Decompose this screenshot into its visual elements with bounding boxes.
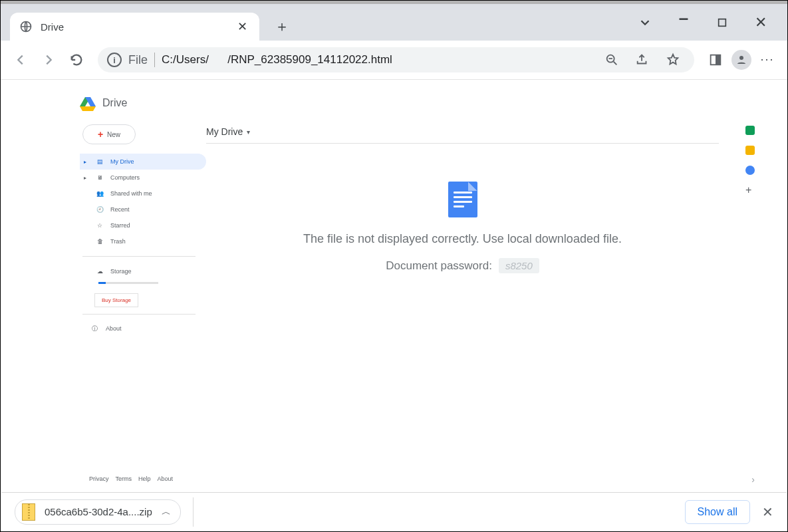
storage-icon: ☁ — [96, 268, 104, 275]
sidebar-label: Computers — [110, 174, 140, 181]
sheets-icon[interactable] — [745, 126, 755, 135]
sidebar-divider — [82, 256, 196, 257]
sidebar-divider — [82, 314, 196, 315]
footer-terms[interactable]: Terms — [116, 475, 132, 482]
trash-icon: 🗑 — [96, 238, 104, 245]
nav-forward-button[interactable] — [37, 48, 61, 72]
footer-about[interactable]: About — [158, 475, 174, 482]
drive-brand: Drive — [102, 97, 127, 109]
sidebar-item-my-drive[interactable]: ▸▤ My Drive — [80, 154, 206, 170]
password-value: s8250 — [499, 258, 539, 273]
sidebar-item-about[interactable]: ⓘ About — [80, 321, 206, 336]
download-item[interactable]: 056ca6b5-30d2-4a....zip ︿ — [15, 499, 181, 525]
sidebar-item-computers[interactable]: ▸🖥 Computers — [80, 170, 206, 186]
chevron-down-icon: ▾ — [247, 128, 250, 136]
sidebar-item-shared[interactable]: 👥 Shared with me — [80, 186, 206, 201]
tab-search-icon[interactable] — [636, 13, 654, 32]
breadcrumb-label: My Drive — [206, 126, 243, 137]
buy-storage-button[interactable]: Buy Storage — [94, 293, 138, 307]
new-tab-button[interactable]: ＋ — [271, 16, 293, 37]
recent-icon: 🕘 — [96, 206, 104, 213]
browser-toolbar: i File C:/Users/ /RNP_62385909_14112022.… — [1, 41, 787, 79]
addons-plus-icon[interactable]: + — [745, 186, 755, 195]
shared-icon: 👥 — [96, 190, 104, 197]
tab-close-icon[interactable]: ✕ — [234, 19, 250, 35]
svg-rect-4 — [716, 55, 720, 65]
zoom-icon[interactable] — [600, 48, 624, 72]
content-divider — [206, 143, 719, 144]
sidebar-label: Starred — [110, 222, 130, 229]
address-bar[interactable]: i File C:/Users/ /RNP_62385909_14112022.… — [98, 47, 694, 72]
download-divider — [193, 497, 194, 527]
globe-icon — [19, 20, 33, 33]
sidebar-label: My Drive — [110, 158, 134, 165]
tab-title: Drive — [41, 21, 226, 33]
password-row: Document password: s8250 — [386, 258, 539, 273]
drive-footer: Privacy Terms Help About — [89, 475, 173, 482]
drive-header: Drive — [80, 92, 719, 114]
keep-icon[interactable] — [745, 146, 755, 155]
plus-icon: + — [98, 129, 103, 140]
window-close-icon[interactable]: ✕ — [751, 13, 770, 32]
new-button[interactable]: + New — [82, 124, 136, 144]
my-drive-icon: ▤ — [96, 158, 104, 165]
starred-icon: ☆ — [96, 222, 104, 229]
window-maximize-icon[interactable] — [713, 13, 731, 32]
site-info-icon[interactable]: i — [107, 53, 122, 67]
bookmark-star-icon[interactable] — [661, 48, 685, 72]
drive-main: My Drive ▾ The file is not displayed cor… — [206, 122, 719, 485]
share-icon[interactable] — [630, 48, 654, 72]
tasks-icon[interactable] — [745, 166, 755, 175]
sidebar-label: Trash — [110, 238, 126, 245]
sidebar-label: Recent — [110, 206, 130, 213]
password-label: Document password: — [386, 259, 492, 273]
tab-strip: Drive ✕ ＋ – ✕ — [1, 4, 787, 41]
info-icon: ⓘ — [92, 325, 98, 333]
svg-point-5 — [739, 56, 743, 60]
url-separator — [154, 53, 155, 67]
profile-avatar[interactable] — [731, 50, 751, 70]
download-bar: 056ca6b5-30d2-4a....zip ︿ Show all ✕ — [1, 492, 787, 531]
docs-file-icon — [448, 182, 477, 217]
window-controls: – ✕ — [629, 4, 787, 41]
collapse-side-panel-icon[interactable]: › — [751, 474, 755, 485]
toolbar-divider — [1, 79, 787, 80]
browser-menu-icon[interactable]: ⋮ — [755, 48, 779, 72]
sidebar-label: Storage — [110, 268, 132, 275]
download-filename: 056ca6b5-30d2-4a....zip — [45, 506, 152, 517]
computers-icon: 🖥 — [96, 174, 104, 181]
sidebar-label: About — [106, 325, 122, 332]
side-panel-apps: + — [745, 126, 755, 195]
chevron-up-icon[interactable]: ︿ — [162, 506, 171, 518]
new-button-label: New — [107, 131, 120, 138]
reload-button[interactable] — [65, 48, 88, 72]
close-download-bar-icon[interactable]: ✕ — [762, 504, 773, 520]
window-minimize-icon[interactable]: – — [674, 9, 693, 28]
error-message: The file is not displayed correctly. Use… — [303, 232, 622, 246]
nav-back-button[interactable] — [9, 48, 33, 72]
drive-logo-icon — [80, 95, 96, 111]
breadcrumb[interactable]: My Drive ▾ — [206, 122, 719, 142]
show-all-downloads-button[interactable]: Show all — [685, 500, 750, 524]
sidebar-item-starred[interactable]: ☆ Starred — [80, 217, 206, 233]
footer-privacy[interactable]: Privacy — [89, 475, 109, 482]
page-viewport: Drive + New ▸▤ My Drive ▸🖥 Computers 👥 — [1, 80, 787, 491]
svg-rect-1 — [719, 19, 726, 26]
url-scheme: File — [128, 53, 148, 67]
sidebar-item-recent[interactable]: 🕘 Recent — [80, 201, 206, 217]
sidebar-item-storage[interactable]: ☁ Storage — [80, 263, 206, 279]
side-panel-icon[interactable] — [704, 48, 727, 72]
browser-tab[interactable]: Drive ✕ — [10, 13, 259, 41]
zip-file-icon — [22, 503, 35, 521]
url-text: C:/Users/ /RNP_62385909_14112022.html — [162, 53, 392, 66]
drive-sidebar: + New ▸▤ My Drive ▸🖥 Computers 👥 Shared … — [80, 122, 206, 485]
footer-help[interactable]: Help — [138, 475, 151, 482]
sidebar-item-trash[interactable]: 🗑 Trash — [80, 233, 206, 249]
storage-meter — [98, 282, 158, 284]
sidebar-label: Shared with me — [110, 190, 152, 197]
